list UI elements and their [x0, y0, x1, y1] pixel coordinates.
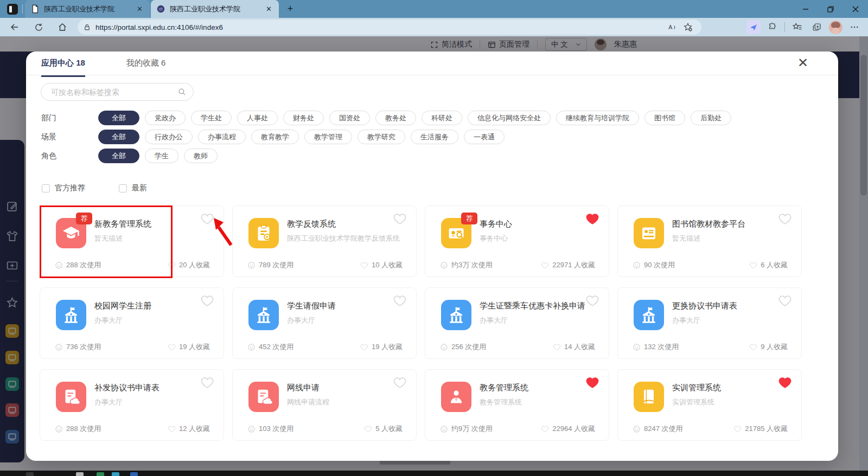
filter-pill[interactable]: 全部 — [98, 130, 139, 144]
favorite-heart-icon[interactable] — [778, 212, 792, 226]
filter-label: 场景 — [41, 132, 98, 142]
browser-tab-2-active[interactable]: 陕西工业职业技术学院 ✕ — [151, 0, 279, 18]
checkbox-box[interactable] — [119, 184, 127, 192]
filter-pill[interactable]: 党政办 — [145, 111, 186, 125]
filter-pill[interactable]: 教务处 — [375, 111, 416, 125]
app-description: 教务管理系统 — [480, 396, 596, 408]
filter-pill[interactable]: 全部 — [98, 111, 139, 125]
filter-pill[interactable]: 继续教育与培训学院 — [556, 111, 639, 125]
favorite-heart-icon[interactable] — [393, 376, 407, 390]
filter-pill[interactable]: 科研处 — [422, 111, 462, 125]
taskbar-app-icon[interactable] — [130, 472, 138, 476]
app-description: 网线申请流程 — [287, 396, 403, 408]
filter-pill[interactable]: 全部 — [98, 149, 139, 163]
checkbox-box[interactable] — [42, 184, 50, 192]
window-restore-button[interactable] — [818, 0, 843, 18]
filter-pill[interactable]: 教学研究 — [358, 130, 405, 144]
taskbar-app-icon[interactable] — [26, 472, 34, 476]
reader-app-icon — [634, 218, 664, 248]
windows-taskbar[interactable] — [0, 471, 868, 476]
add-favorite-star-icon[interactable] — [680, 20, 696, 35]
filter-pill[interactable]: 行政办公 — [145, 130, 193, 144]
app-card[interactable]: 荐事务中心事务中心约3万 次使用22971 人收藏 — [425, 205, 609, 277]
filter-pill[interactable]: 教师 — [184, 149, 218, 163]
tab-close-icon[interactable]: ✕ — [135, 5, 144, 13]
read-aloud-icon[interactable]: A — [663, 20, 680, 35]
filter-pill[interactable]: 办事流程 — [198, 130, 246, 144]
browser-menu-ellipsis-icon[interactable] — [846, 20, 863, 35]
modal-close-button[interactable]: ✕ — [795, 55, 811, 71]
book-app-icon — [634, 382, 664, 412]
app-description: 办事大厅 — [672, 314, 788, 326]
favorite-heart-icon[interactable] — [778, 294, 792, 308]
modal-tab-app-center[interactable]: 应用中心 18 — [41, 58, 85, 77]
favorite-heart-filled-icon[interactable] — [778, 376, 792, 390]
app-name: 学生证暨乘车优惠卡补换申请 — [480, 301, 585, 311]
favorite-heart-icon[interactable] — [200, 294, 214, 308]
extensions-puzzle-icon[interactable] — [764, 20, 781, 35]
favorite-heart-icon[interactable] — [393, 294, 407, 308]
window-minimize-button[interactable] — [793, 0, 818, 18]
app-card[interactable]: 补发协议书申请表办事大厅288 次使用12 人收藏 — [40, 369, 224, 441]
bird-extension-icon[interactable] — [746, 20, 761, 34]
modal-header-divider — [26, 75, 838, 75]
filter-pill[interactable]: 国资处 — [329, 111, 370, 125]
app-name: 更换协议书申请表 — [672, 301, 737, 311]
app-card[interactable]: 图书馆教材教参平台暂无描述90 次使用6 人收藏 — [617, 205, 802, 277]
app-search-box[interactable] — [41, 83, 194, 101]
filter-pill[interactable]: 生活服务 — [411, 130, 458, 144]
workspaces-icon[interactable] — [7, 4, 18, 15]
favorite-count: 9 人收藏 — [749, 342, 788, 352]
favorites-bar-icon[interactable] — [789, 20, 805, 35]
app-search-input[interactable] — [50, 87, 177, 97]
taskbar-app-icon[interactable] — [97, 472, 104, 476]
favorite-count: 14 人收藏 — [553, 342, 595, 352]
address-bar[interactable]: https://portal.sxpi.edu.cn:4106/#/index6… — [78, 20, 701, 35]
back-button[interactable] — [7, 20, 23, 35]
filter-pill[interactable]: 信息化与网络安全处 — [468, 111, 551, 125]
home-button[interactable] — [54, 20, 71, 35]
app-card[interactable]: 教学反馈系统陕西工业职业技术学院教学反馈系统789 次使用10 人收藏 — [232, 205, 417, 277]
filter-pill[interactable]: 学生处 — [191, 111, 232, 125]
favorite-heart-icon[interactable] — [393, 212, 407, 226]
favorite-heart-filled-icon[interactable] — [585, 212, 599, 226]
new-tab-button[interactable]: + — [284, 3, 296, 15]
filter-label: 部门 — [41, 113, 98, 123]
app-card[interactable]: 学生证暨乘车优惠卡补换申请办事大厅256 次使用14 人收藏 — [425, 287, 609, 359]
filter-pill[interactable]: 一表通 — [464, 130, 505, 144]
window-close-button[interactable] — [843, 0, 868, 18]
checkbox-最新[interactable]: 最新 — [119, 183, 147, 193]
doc-cloud-app-icon — [248, 382, 279, 412]
filter-pill[interactable]: 图书馆 — [644, 111, 685, 125]
refresh-button[interactable] — [30, 20, 47, 35]
filter-pill[interactable]: 学生 — [145, 149, 178, 163]
filter-pill[interactable]: 人事处 — [237, 111, 278, 125]
toolbar-divider — [784, 22, 785, 32]
browser-profile-avatar[interactable] — [829, 21, 843, 34]
taskbar-app-icon[interactable] — [76, 472, 84, 476]
favorite-heart-filled-icon[interactable] — [585, 376, 599, 390]
filter-pill[interactable]: 教学管理 — [304, 130, 352, 144]
usage-count: 90 次使用 — [633, 260, 675, 270]
collections-icon[interactable] — [809, 20, 825, 35]
favorite-heart-icon[interactable] — [585, 294, 599, 308]
app-card[interactable]: 更换协议书申请表办事大厅132 次使用9 人收藏 — [617, 287, 802, 359]
taskbar-app-icon[interactable] — [112, 472, 119, 476]
app-card[interactable]: 网线申请网线申请流程103 次使用5 人收藏 — [232, 369, 417, 441]
checkbox-官方推荐[interactable]: 官方推荐 — [42, 183, 85, 193]
app-card[interactable]: 教务管理系统教务管理系统约9万 次使用22964 人收藏 — [425, 369, 609, 441]
favorite-count: 19 人收藏 — [360, 342, 403, 352]
modal-tab-my-favorites[interactable]: 我的收藏 6 — [126, 58, 166, 77]
browser-tab-1[interactable]: 陕西工业职业技术学院 ✕ — [25, 0, 150, 18]
tab-close-icon[interactable]: ✕ — [264, 5, 273, 13]
filter-pill[interactable]: 教育教学 — [251, 130, 299, 144]
filter-pill[interactable]: 财务处 — [283, 111, 324, 125]
page-viewport: 简洁模式 页面管理 中 文 朱惠惠 ✕ — [0, 36, 868, 471]
app-card[interactable]: 学生请假申请办事大厅452 次使用19 人收藏 — [232, 287, 417, 359]
app-card[interactable]: 实训管理系统实训管理系统8247 次使用21785 人收藏 — [617, 369, 802, 441]
favorite-heart-icon[interactable] — [200, 376, 214, 390]
filter-pill[interactable]: 后勤处 — [691, 111, 731, 125]
screen: 陕西工业职业技术学院 ✕ 陕西工业职业技术学院 ✕ + — [0, 0, 868, 476]
app-card[interactable]: 校园网学生注册办事大厅736 次使用19 人收藏 — [40, 287, 224, 359]
search-icon — [177, 87, 187, 97]
